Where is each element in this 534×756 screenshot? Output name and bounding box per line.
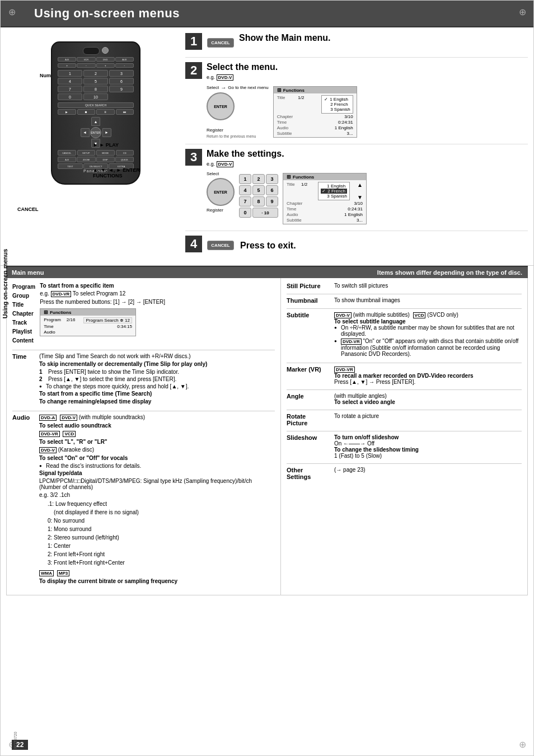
prog-table-header: ⊞ Functions	[40, 309, 135, 316]
remote-num-7[interactable]: 7	[58, 86, 82, 92]
angle-with-note: (with multiple angles)	[334, 393, 522, 399]
remote-num-6[interactable]: 6	[109, 78, 134, 84]
remote-num-4[interactable]: 4	[58, 78, 82, 84]
remote-cancel[interactable]: CANCEL	[58, 150, 76, 156]
functions-table-body-2: Title 1/2 ✓ 1 English	[274, 93, 357, 137]
opt3-2-french: ✓ 2 French	[321, 189, 347, 194]
remote-dpad-enter[interactable]: ENTER	[90, 127, 101, 138]
remote-num-0[interactable]: 0	[58, 93, 82, 100]
remote-btn-2[interactable]: VCR	[77, 57, 95, 62]
remote-num-10[interactable]: 10	[83, 93, 108, 100]
remote-lower-misc: CANCEL SETUP MODE CD	[58, 150, 134, 156]
remote-quick2[interactable]: QUICK	[115, 157, 134, 162]
main-menu-body: ProgramGroupTitleChapterTrackPlaylistCon…	[6, 278, 528, 595]
remote-num-5[interactable]: 5	[83, 78, 108, 84]
remote-body: A-B VCR DVD AUX + - + - 1	[51, 41, 140, 185]
main-menu-left: ProgramGroupTitleChapterTrackPlaylistCon…	[7, 278, 281, 595]
remote-zoom[interactable]: ZOOM	[77, 157, 95, 162]
remote-setup[interactable]: SETUP	[77, 150, 96, 156]
step3-num-8[interactable]: 8	[252, 196, 265, 206]
dvd-vr-badge-prog: DVD-VR	[51, 291, 72, 297]
other-settings-row: OtherSettings (→ page 23)	[287, 467, 522, 480]
thumbnail-content: To show thumbnail images	[334, 297, 522, 304]
prog-row-program: Program 2/16 Program Search ≑ 12	[44, 317, 132, 323]
remote-ab-repeat[interactable]: A-B	[58, 157, 76, 162]
divider-1	[12, 350, 275, 350]
remote-misc-1[interactable]: ▶	[58, 109, 76, 115]
step-3-select-label: Select	[207, 171, 219, 176]
divider-r1	[287, 294, 522, 294]
prog-search-label: Program Search ≑ 12	[83, 317, 132, 323]
step-3-title: Make the settings.	[207, 149, 528, 159]
remote-dpad-left[interactable]: ◄	[81, 128, 90, 137]
remote-quick-search[interactable]: QUICK SEARCH	[58, 102, 134, 108]
step3-num-3[interactable]: 3	[266, 174, 278, 184]
step-2-row: 2 Select the menu. e.g. DVD-V Select →	[185, 62, 528, 144]
step3-num-2[interactable]: 2	[252, 174, 265, 184]
dvd-vr-badge-marker: DVD-VR	[334, 367, 355, 373]
remote-misc-row: ▶ ⏹ ⏸ ⏮	[58, 109, 134, 115]
remote-vol-down[interactable]: -	[77, 63, 95, 68]
step3-num-1[interactable]: 1	[239, 174, 251, 184]
step3-num-6[interactable]: 6	[266, 185, 278, 195]
remote-ch-up[interactable]: +	[96, 63, 115, 68]
remote-cd-mode[interactable]: CD	[116, 150, 134, 156]
step3-num-5[interactable]: 5	[252, 185, 265, 195]
remote-misc-3[interactable]: ⏸	[96, 109, 115, 115]
divider-r2	[287, 308, 522, 309]
remote-power-button[interactable]	[102, 47, 109, 54]
step3-num-7[interactable]: 7	[239, 196, 251, 206]
marker-desc: To recall a marker recorded on DVD-Video…	[334, 373, 522, 379]
marker-vr-heading: Marker (VR)	[287, 366, 331, 385]
remote-test[interactable]: TEST	[58, 163, 83, 169]
step-3-content: Make the settings. e.g. DVD-V Select ENT…	[207, 149, 528, 226]
audio-dvd-v-karaoke: DVD-V (Karaoke disc)	[39, 447, 275, 453]
side-label-container: Using on-screen menus	[5, 224, 16, 336]
remote-btn-1[interactable]: A-B	[58, 57, 76, 62]
remote-num-3[interactable]: 3	[109, 70, 134, 77]
step-2-register-label: Register	[207, 128, 223, 133]
remote-num-9[interactable]: 9	[109, 86, 134, 92]
remote-misc-2[interactable]: ⏹	[77, 109, 96, 115]
step-3-nav: Select ENTER Register	[207, 171, 235, 213]
func3-row-chapter: Chapter 3/10	[287, 200, 363, 206]
time-step-2: 2 Press [▲, ▼] to select the time and pr…	[39, 376, 275, 382]
time-note: (Time Slip and Time Search do not work w…	[39, 353, 275, 359]
step-3-functions-table: ⊞ Functions Title 1/2	[283, 171, 367, 226]
step-4-content: CANCEL Press to exit.	[207, 236, 528, 255]
subtitle-badges: DVD-V (with multiple subtitles) VCD (SVC…	[334, 312, 522, 318]
step-2-register-row: Register	[207, 128, 223, 133]
step3-num-9[interactable]: 9	[266, 196, 278, 206]
remote-display[interactable]: DISP	[96, 157, 115, 162]
step-3-badge: DVD-V	[217, 161, 234, 167]
step-3-register-label: Register	[207, 208, 223, 213]
remote-mode[interactable]: MODE	[96, 150, 115, 156]
remote-tv-button[interactable]	[83, 47, 100, 55]
step-3-diagram: Select ENTER Register 1 2 3 4 5	[207, 171, 528, 226]
remote-num-2[interactable]: 2	[83, 70, 108, 77]
remote-btn-3[interactable]: DVD	[96, 57, 115, 62]
remote-ch-down[interactable]: -	[115, 63, 134, 68]
rqt-code: RQT8720	[13, 732, 17, 749]
divider-r5	[287, 410, 522, 410]
main-menu-title: Main menu	[12, 269, 44, 276]
remote-num-8[interactable]: 8	[83, 86, 108, 92]
step3-num-0[interactable]: 0	[239, 208, 251, 218]
remote-btn-4[interactable]: AUX	[115, 57, 134, 62]
dvd-vr-badge-sub: DVD-VR	[341, 339, 362, 345]
other-settings-heading: OtherSettings	[287, 467, 331, 480]
dvd-vr-badge-audio: DVD-VR	[39, 431, 60, 437]
subtitle-heading: Subtitle	[287, 312, 331, 358]
remote-misc-4[interactable]: ⏮	[116, 109, 134, 115]
step3-num-10[interactable]: · 10	[252, 208, 278, 218]
remote-dpad-up[interactable]: ▲	[91, 117, 100, 126]
slideshow-arrow: On ←——→ Off	[334, 440, 522, 447]
play-label: ► ► PLAY	[93, 142, 119, 148]
thumbnail-row: Thumbnail To show thumbnail images	[287, 297, 522, 304]
still-picture-heading: Still Picture	[287, 283, 331, 289]
remote-dpad-right[interactable]: ►	[102, 128, 111, 137]
step3-num-4[interactable]: 4	[239, 185, 251, 195]
remote-vol-up[interactable]: +	[58, 63, 76, 68]
remote-num-1[interactable]: 1	[58, 70, 82, 77]
func-row-title: Title 1/2 ✓ 1 English	[277, 95, 353, 114]
